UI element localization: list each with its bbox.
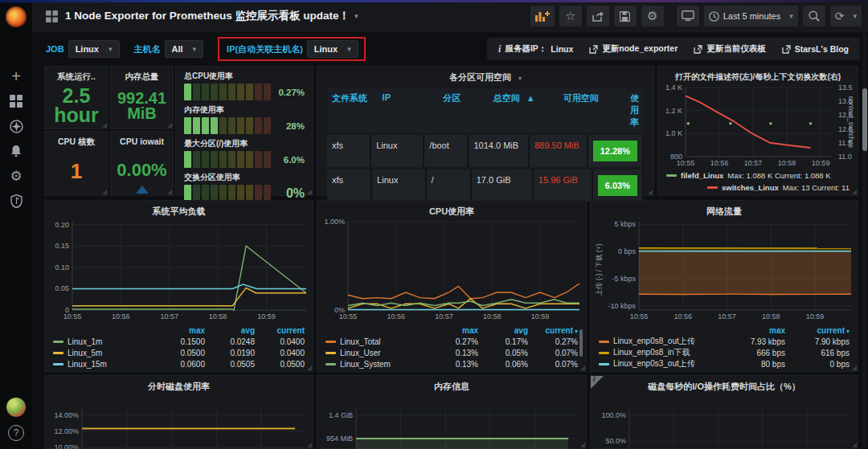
svg-text:10:58: 10:58 [483,312,502,320]
panel-disk-io-time: i 磁盘每秒的I/O操作耗费时间占比（%） 100.0%50.0% [590,375,858,449]
panel-title[interactable]: 打开的文件描述符(左)/每秒上下文切换次数(右) [658,67,858,83]
save-dashboard-button[interactable] [614,6,637,27]
legend-row[interactable]: Linux_15m0.06000.05050.0500 [53,358,305,369]
job-dropdown[interactable]: Linux▾ [68,40,120,58]
panel-cpu-usage: CPU使用率 10:5510:5610:5710:5810:590%1.00% … [317,200,587,372]
configuration-gear-icon[interactable]: ⚙ [0,164,32,188]
table-col-header[interactable]: IP [378,92,439,129]
load-legend: maxavgcurrentLinux_1m0.15000.02480.0400L… [53,325,305,369]
table-row[interactable]: xfsLinux/17.0 GiB15.96 GiB6.03% [327,169,644,202]
svg-text:10:56: 10:56 [710,159,729,167]
cpu-chart[interactable]: 10:5510:5610:5710:5810:590%1.00% [321,218,584,321]
legend-row[interactable]: Linux_User0.13%0.05%0.07% [326,347,578,358]
table-col-header[interactable]: 可用空间 [559,92,625,129]
legend-col-current[interactable]: current [255,326,305,335]
panel-filefd-switches: 打开的文件描述符(左)/每秒上下文切换次数(右) 10:5510:5610:57… [657,66,858,196]
legend-col-max[interactable]: max [428,326,478,335]
svg-text:13.0: 13.0 [838,97,853,105]
panel-title[interactable]: 磁盘每秒的I/O操作耗费时间占比（%） [591,376,858,393]
help-icon[interactable]: ? [8,425,24,441]
page-scrollbar[interactable] [862,34,867,447]
legend-col-avg[interactable]: avg [205,326,255,335]
filefd-chart[interactable]: 10:5510:5610:5710:5810:598001.0 K1.2 K1.… [661,84,835,168]
link-update-node-exporter[interactable]: 更新node_exporter [589,43,678,55]
disk-usage-chart[interactable]: 14.00%12.00%10.00% [47,400,311,449]
series-color-icon [666,174,677,177]
panel-load-average: 系统平均负载 10:5510:5610:5710:5810:5900.050.1… [44,200,313,372]
link-starsl-blog[interactable]: StarsL's Blog [782,44,849,54]
table-col-header[interactable]: 使用率 [625,92,644,129]
refresh-button[interactable]: ⟳ ▾ [830,6,862,27]
legend-row[interactable]: filefd_LinuxMax: 1.088 K Current: 1.088 … [666,169,850,182]
legend-row[interactable]: Linux_enp0s8_in下载666 bps616 bps [599,347,850,358]
network-chart[interactable]: 10:5510:5610:5710:5810:595 kbps0 bps-5 k… [602,218,856,321]
panel-info-corner-icon[interactable]: i [591,376,604,389]
memory-info-chart[interactable]: 1.4 GiB954 MiB [319,400,584,449]
panel-title[interactable]: 各分区可用空间 ▾ [317,67,653,84]
legend-row[interactable]: Linux_5m0.05000.01900.0400 [53,347,305,358]
settings-gear-button[interactable]: ⚙ [641,6,664,27]
cycle-view-monitor-button[interactable] [677,6,699,27]
svg-text:10:57: 10:57 [718,312,736,320]
share-dashboard-button[interactable] [587,6,609,27]
legend-row[interactable]: Linux_enp0s3_out上传80 bps0 bps [599,358,850,369]
title-caret-icon[interactable]: ▾ [354,12,358,20]
dashboards-icon[interactable] [0,89,32,113]
legend-row[interactable]: switches_LinuxMax: 13 Current: 11 [666,182,850,194]
create-plus-icon[interactable]: + [0,64,32,88]
load-chart[interactable]: 10:5510:5610:5710:5810:5900.050.100.150.… [48,218,311,321]
legend-col-max[interactable]: max [721,326,785,335]
user-avatar[interactable] [6,398,26,417]
legend-row[interactable]: Linux_enp0s8_out上传7.93 kbps7.90 kbps [599,336,850,347]
svg-text:14.00%: 14.00% [54,411,79,419]
table-row[interactable]: xfsLinux/boot1014.0 MiB889.50 MiB12.28% [327,135,644,167]
legend-col-current[interactable]: current▾ [785,326,850,335]
star-dashboard-button[interactable]: ☆ [559,6,582,27]
legend-scrollbar[interactable] [579,329,583,357]
link-update-dashboard[interactable]: 更新当前仪表板 [694,43,766,55]
svg-text:10:58: 10:58 [778,159,796,167]
window-top-gradient [0,0,868,2]
add-panel-button[interactable] [530,6,555,27]
panel-menu-caret-icon[interactable]: ▾ [518,75,522,82]
ip-dropdown[interactable]: Linux▾ [307,40,358,58]
scrollbar-thumb[interactable] [862,88,867,151]
panel-title[interactable]: CPU使用率 [317,201,586,218]
panel-title[interactable]: CPU 核数 [45,132,108,148]
server-admin-shield-icon[interactable] [0,189,32,213]
svg-text:50.0%: 50.0% [605,437,626,445]
panel-title[interactable]: 分时磁盘使用率 [45,376,313,393]
svg-text:12.0: 12.0 [838,125,853,133]
dashboard-title[interactable]: 1 Node Exporter for Prometheus 监控展示看板 up… [65,9,350,23]
legend-row[interactable]: Linux_1m0.15000.02480.0400 [53,336,305,347]
legend-col-current[interactable]: current▾ [528,326,578,335]
table-col-header[interactable]: 分区 [438,92,489,129]
panel-title[interactable]: CPU iowait [111,132,173,146]
legend-col-max[interactable]: max [155,326,205,335]
grafana-logo-icon[interactable] [6,6,27,27]
refresh-icon: ⟳ [835,10,845,22]
panel-title[interactable]: 网络流量 [591,201,858,218]
svg-text:10:57: 10:57 [435,312,453,320]
table-col-header[interactable]: 总空间▲ [489,92,559,129]
disk-io-chart[interactable]: 100.0%50.0% [592,400,856,449]
legend-row[interactable]: Linux_System0.13%0.06%0.07% [326,358,578,369]
hostname-dropdown[interactable]: All▾ [165,40,204,58]
panel-title[interactable]: 系统平均负载 [45,201,313,218]
panel-title[interactable]: 系统运行.. [45,67,108,83]
zoom-out-button[interactable] [803,6,825,27]
time-range-picker[interactable]: Last 5 minutes ▾ [704,6,798,27]
panel-cpu-iowait: CPU iowait 0.00% [110,131,174,196]
legend-row[interactable]: Linux_Total0.27%0.17%0.27% [326,336,578,347]
table-cell: 17.0 GiB [472,169,534,202]
svg-text:10:59: 10:59 [806,312,825,320]
header-bar: 1 Node Exporter for Prometheus 监控展示看板 up… [32,0,868,32]
alerting-bell-icon[interactable] [0,139,32,163]
panel-title[interactable]: 内存信息 [317,376,586,393]
explore-compass-icon[interactable] [0,114,32,138]
svg-text:11.5: 11.5 [838,139,852,147]
sidebar: + ⚙ ? [0,0,32,449]
panel-title[interactable]: 内存总量 [111,67,173,83]
legend-col-avg[interactable]: avg [478,326,528,335]
table-col-header[interactable]: 文件系统 [327,92,378,129]
